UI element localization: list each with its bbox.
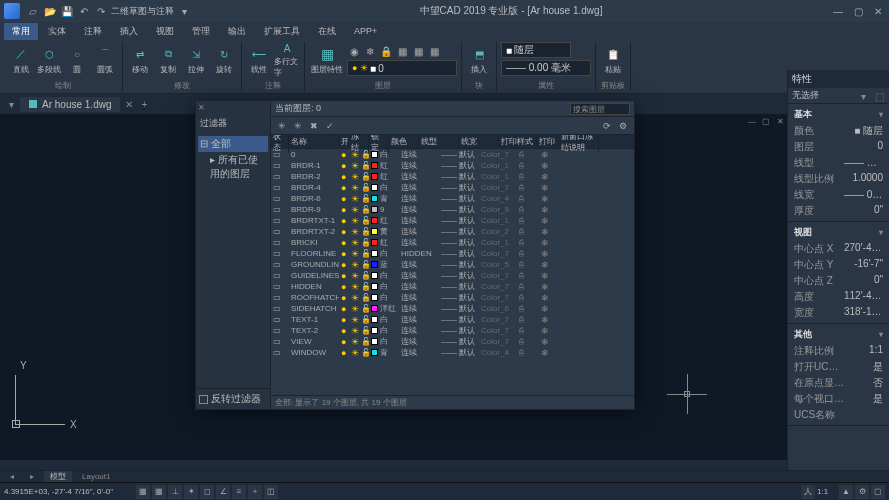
filter-tree[interactable]: ⊟ 全部 ▸ 所有已使用的图层 <box>196 134 270 388</box>
menu-tab[interactable]: 输出 <box>220 23 254 40</box>
ribbon-button[interactable]: ⇲拉伸 <box>183 42 209 78</box>
lwt-toggle[interactable]: ≡ <box>232 485 246 499</box>
layer-tool-icon[interactable]: ◉ <box>347 44 361 58</box>
layer-row[interactable]: ▭FLOORLINE●☀🔓白HIDDEN—— 默认Color_7⎙❄ <box>271 248 634 259</box>
prop-row[interactable]: 中心点 X270'-4 3/8" <box>788 241 889 257</box>
layer-search-input[interactable]: 搜索图层 <box>570 103 630 115</box>
ribbon-button[interactable]: ⌒圆弧 <box>92 42 118 78</box>
prop-row[interactable]: 高度112'-4 15/16" <box>788 289 889 305</box>
dialog-close-icon[interactable]: ✕ <box>198 103 208 113</box>
ribbon-button[interactable]: ↻旋转 <box>211 42 237 78</box>
ribbon-button[interactable]: ⬡多段线 <box>36 42 62 78</box>
qselect-icon[interactable]: ⬚ <box>875 91 885 101</box>
dyn-toggle[interactable]: + <box>248 485 262 499</box>
osnap-toggle[interactable]: ◻ <box>200 485 214 499</box>
layer-tool-icon[interactable]: ❄ <box>363 44 377 58</box>
layer-row[interactable]: ▭BRDR-6●☀🔓青连续—— 默认Color_4⎙❄ <box>271 193 634 204</box>
cleanscreen-icon[interactable]: ▢ <box>871 485 885 499</box>
prop-row[interactable]: 厚度0" <box>788 203 889 219</box>
layer-props-button[interactable]: ▦ 图层特性 <box>309 42 345 78</box>
layer-tool-icon[interactable]: ▦ <box>427 44 441 58</box>
layer-row[interactable]: ▭BRDRTXT-2●☀🔓黄连续—— 默认Color_2⎙❄ <box>271 226 634 237</box>
layout-tab-prev[interactable]: ◂ <box>4 472 20 481</box>
open-icon[interactable]: 📂 <box>43 4 57 18</box>
layer-row[interactable]: ▭GROUNDLINE●☀🔓蓝连续—— 默认Color_5⎙❄ <box>271 259 634 270</box>
layer-tool-icon[interactable]: 🔒 <box>379 44 393 58</box>
viewport-close-icon[interactable]: ✕ <box>775 116 785 126</box>
prop-row[interactable]: 线型比例1.0000 <box>788 171 889 187</box>
model-toggle[interactable]: ◫ <box>264 485 278 499</box>
prop-row[interactable]: 图层0 <box>788 139 889 155</box>
minimize-button[interactable]: — <box>831 4 845 18</box>
viewport-max-icon[interactable]: ▢ <box>761 116 771 126</box>
refresh-icon[interactable]: ⟳ <box>600 119 614 133</box>
layer-row[interactable]: ▭SIDEHATCH●☀🔓洋红连续—— 默认Color_6⎙❄ <box>271 303 634 314</box>
layer-row[interactable]: ▭BRDR-4●☀🔓白连续—— 默认Color_7⎙❄ <box>271 182 634 193</box>
redo-icon[interactable]: ↷ <box>94 4 108 18</box>
filter-all[interactable]: ⊟ 全部 <box>198 136 268 152</box>
save-icon[interactable]: 💾 <box>60 4 74 18</box>
lineweight-dropdown[interactable]: —— 0.00 毫米 <box>501 60 591 76</box>
new-layer-icon[interactable]: ✳ <box>275 119 289 133</box>
layer-dropdown[interactable]: ● ☀ ■ 0 <box>347 60 457 76</box>
menu-tab[interactable]: 视图 <box>148 23 182 40</box>
grid-toggle[interactable]: ▦ <box>152 485 166 499</box>
new-icon[interactable]: ▱ <box>26 4 40 18</box>
invert-filter-checkbox[interactable]: 反转过滤器 <box>196 388 270 409</box>
prop-row[interactable]: 中心点 Y-16'-7" <box>788 257 889 273</box>
otrack-toggle[interactable]: ∠ <box>216 485 230 499</box>
layer-tool-icon[interactable]: ▦ <box>411 44 425 58</box>
layer-row[interactable]: ▭BRDR-1●☀🔓红连续—— 默认Color_1⎙❄ <box>271 160 634 171</box>
menu-tab[interactable]: 扩展工具 <box>256 23 308 40</box>
ribbon-button[interactable]: ⟵线性 <box>246 42 272 78</box>
color-dropdown[interactable]: ■ 随层 <box>501 42 571 58</box>
prop-row[interactable]: 宽度318'-1 1/4" <box>788 305 889 321</box>
layer-row[interactable]: ▭ROOFHATCH●☀🔓白连续—— 默认Color_7⎙❄ <box>271 292 634 303</box>
prop-row[interactable]: 注释比例1:1 <box>788 343 889 359</box>
prop-row[interactable]: 中心点 Z0" <box>788 273 889 289</box>
prop-row[interactable]: 线宽—— 0.00 毫米 <box>788 187 889 203</box>
paste-button[interactable]: 📋 粘贴 <box>600 42 626 78</box>
filter-used[interactable]: ▸ 所有已使用的图层 <box>198 152 268 182</box>
menu-tab[interactable]: 管理 <box>184 23 218 40</box>
prop-row[interactable]: 在原点显示 UCS...否 <box>788 375 889 391</box>
snap-toggle[interactable]: ▦ <box>136 485 150 499</box>
layer-row[interactable]: ▭HIDDEN●☀🔓白连续—— 默认Color_7⎙❄ <box>271 281 634 292</box>
prop-row[interactable]: 颜色■ 随层 <box>788 123 889 139</box>
undo-icon[interactable]: ↶ <box>77 4 91 18</box>
maximize-button[interactable]: ▢ <box>851 4 865 18</box>
polar-toggle[interactable]: ✶ <box>184 485 198 499</box>
layer-row[interactable]: ▭GUIDELINES●☀🔓白连续—— 默认Color_7⎙❄ <box>271 270 634 281</box>
prop-row[interactable]: 每个视口都显示...是 <box>788 391 889 407</box>
ribbon-button[interactable]: ⧉复制 <box>155 42 181 78</box>
new-layer-vp-icon[interactable]: ✳ <box>291 119 305 133</box>
doc-close-icon[interactable]: ✕ <box>122 97 136 111</box>
menu-tab[interactable]: 常用 <box>4 23 38 40</box>
layer-row[interactable]: ▭VIEW●☀🔓白连续—— 默认Color_7⎙❄ <box>271 336 634 347</box>
menu-tab[interactable]: 插入 <box>112 23 146 40</box>
menu-tab[interactable]: 注释 <box>76 23 110 40</box>
settings-icon[interactable]: ⚙ <box>616 119 630 133</box>
doc-add-icon[interactable]: + <box>138 97 152 111</box>
close-button[interactable]: ✕ <box>871 4 885 18</box>
prop-row[interactable]: 打开UCS图标是 <box>788 359 889 375</box>
ortho-toggle[interactable]: ⊥ <box>168 485 182 499</box>
prop-group-header[interactable]: 视图▾ <box>788 224 889 241</box>
ribbon-button[interactable]: A多行文字 <box>274 42 300 78</box>
layout1-tab[interactable]: Layout1 <box>76 472 116 481</box>
insert-block-button[interactable]: ⬒ 插入 <box>466 42 492 78</box>
annotate-icon[interactable]: ▲ <box>839 485 853 499</box>
layer-row[interactable]: ▭WINDOW●☀🔓青连续—— 默认Color_4⎙❄ <box>271 347 634 358</box>
doc-tab[interactable]: Ar house 1.dwg <box>20 97 120 112</box>
prop-row[interactable]: UCS名称 <box>788 407 889 423</box>
layer-row[interactable]: ▭BRDRTXT-1●☀🔓红连续—— 默认Color_1⎙❄ <box>271 215 634 226</box>
layer-row[interactable]: ▭BRDR-9●☀🔓9连续—— 默认Color_9⎙❄ <box>271 204 634 215</box>
layer-row[interactable]: ▭TEXT-2●☀🔓白连续—— 默认Color_7⎙❄ <box>271 325 634 336</box>
workspace-dropdown[interactable]: 二维草图与注释 <box>111 4 174 18</box>
selection-dropdown[interactable]: 无选择 ▾ ⬚ <box>788 88 889 104</box>
model-tab[interactable]: 模型 <box>44 471 72 482</box>
ribbon-button[interactable]: ⇄移动 <box>127 42 153 78</box>
prop-group-header[interactable]: 基本▾ <box>788 106 889 123</box>
prop-row[interactable]: 线型—— 随层 <box>788 155 889 171</box>
doc-tab-dropdown-icon[interactable]: ▾ <box>4 97 18 111</box>
